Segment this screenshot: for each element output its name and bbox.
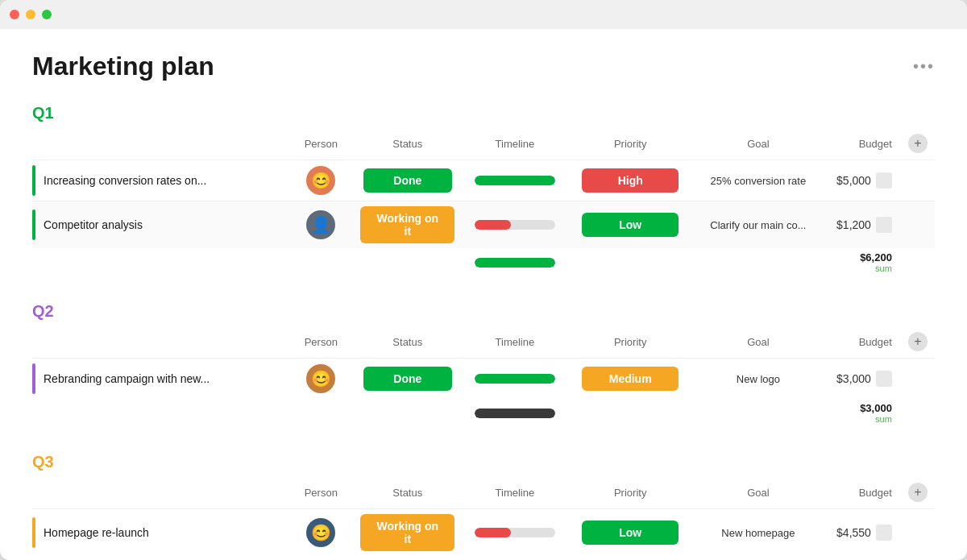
q1-add-button[interactable]: + <box>908 134 928 153</box>
budget-cell: $3,000 <box>824 359 899 400</box>
avatar: 😊 <box>306 518 335 547</box>
budget-input-placeholder[interactable] <box>876 371 892 387</box>
status-cell[interactable]: Working on it <box>354 201 461 249</box>
timeline-cell <box>461 201 568 249</box>
sum-budget: $6,200sum <box>824 248 899 276</box>
q2-col-status: Status <box>354 329 461 359</box>
sum-timeline <box>461 399 568 427</box>
budget-value: $1,200 <box>836 218 871 231</box>
app-window: Marketing plan ••• Q1PersonStatusTimelin… <box>0 0 967 560</box>
timeline-bar <box>475 374 555 384</box>
budget-input-placeholder[interactable] <box>876 217 892 233</box>
priority-badge[interactable]: Low <box>582 521 679 545</box>
budget-value: $3,000 <box>836 372 871 385</box>
minimize-dot[interactable] <box>26 10 35 19</box>
q3-table: PersonStatusTimelinePriorityGoalBudget+H… <box>32 479 935 560</box>
q3-title: Q3 <box>32 453 935 471</box>
sum-budget: $3,000sum <box>824 399 899 427</box>
status-badge[interactable]: Working on it <box>360 206 454 243</box>
q1-title: Q1 <box>32 104 935 122</box>
person-cell: 👤 <box>288 201 354 249</box>
status-cell[interactable]: Working on it <box>354 509 461 557</box>
sum-timeline <box>461 248 568 276</box>
status-badge[interactable]: Done <box>363 168 452 193</box>
status-cell[interactable]: Done <box>354 359 461 400</box>
titlebar <box>0 0 967 29</box>
priority-badge[interactable]: Low <box>582 213 679 237</box>
table-row: Homepage re-launch😊Working on itLowNew h… <box>32 509 935 557</box>
status-badge[interactable]: Working on it <box>360 514 454 551</box>
status-badge[interactable]: Done <box>363 367 452 391</box>
priority-badge[interactable]: Medium <box>582 367 679 391</box>
sum-timeline <box>461 556 568 560</box>
q3-col-person: Person <box>288 479 354 509</box>
q3-col-priority: Priority <box>568 479 692 509</box>
left-border <box>32 165 35 196</box>
more-options-icon[interactable]: ••• <box>913 57 935 76</box>
sum-label: sum <box>831 414 892 424</box>
goal-text: Clarify our main co... <box>692 201 824 249</box>
task-name-text: Competitor analysis <box>44 218 143 231</box>
q2-col-goal: Goal <box>692 329 824 359</box>
q3-col-timeline: Timeline <box>461 479 568 509</box>
priority-cell[interactable]: High <box>568 160 692 201</box>
priority-cell[interactable]: Low <box>568 201 692 249</box>
avatar: 😊 <box>306 166 335 195</box>
maximize-dot[interactable] <box>42 10 52 19</box>
q1-col-status: Status <box>354 131 461 160</box>
q1-col-budget: Budget <box>824 131 899 160</box>
timeline-bar <box>475 220 555 230</box>
q2-table: PersonStatusTimelinePriorityGoalBudget+R… <box>32 329 935 427</box>
q3-col-name <box>32 479 288 509</box>
section-q1: Q1PersonStatusTimelinePriorityGoalBudget… <box>32 104 935 276</box>
sum-label: sum <box>831 263 892 273</box>
q1-table: PersonStatusTimelinePriorityGoalBudget+I… <box>32 131 935 276</box>
section-q3: Q3PersonStatusTimelinePriorityGoalBudget… <box>32 453 935 560</box>
q1-col-goal: Goal <box>692 131 824 160</box>
budget-cell: $1,200 <box>824 201 899 249</box>
q1-col-priority: Priority <box>568 131 692 160</box>
q3-col-budget: Budget <box>824 479 899 509</box>
task-name-cell: Homepage re-launch <box>32 509 288 557</box>
person-cell: 😊 <box>288 160 354 201</box>
avatar: 😊 <box>306 364 335 393</box>
q2-col-priority: Priority <box>568 329 692 359</box>
table-row: Competitor analysis👤Working on itLowClar… <box>32 201 935 249</box>
table-row: Increasing conversion rates on...😊DoneHi… <box>32 160 935 201</box>
main-content: Marketing plan ••• Q1PersonStatusTimelin… <box>0 29 967 560</box>
budget-value: $4,550 <box>836 526 871 539</box>
budget-cell: $5,000 <box>824 160 899 201</box>
q2-add-button[interactable]: + <box>908 332 928 351</box>
sum-value: $3,000 <box>831 402 892 414</box>
goal-text: 25% conversion rate <box>692 160 824 201</box>
task-name-cell: Rebranding campaign with new... <box>32 359 288 400</box>
task-name-cell: Increasing conversion rates on... <box>32 160 288 201</box>
avatar: 👤 <box>306 210 335 239</box>
task-name-cell: Competitor analysis <box>32 201 288 249</box>
q2-col-timeline: Timeline <box>461 329 568 359</box>
person-cell: 😊 <box>288 509 354 557</box>
q1-col-name <box>32 131 288 160</box>
sum-row: $6,200sum <box>32 248 935 276</box>
close-dot[interactable] <box>10 10 19 19</box>
task-name-text: Increasing conversion rates on... <box>44 174 206 187</box>
priority-cell[interactable]: Medium <box>568 359 692 400</box>
q2-col-name <box>32 329 288 359</box>
sum-value: $6,200 <box>831 251 892 263</box>
goal-text: New homepage <box>692 509 824 557</box>
page-title: Marketing plan <box>32 52 214 81</box>
sum-row: $3,000sum <box>32 399 935 427</box>
budget-input-placeholder[interactable] <box>876 172 892 189</box>
goal-text: New logo <box>692 359 824 400</box>
q1-col-timeline: Timeline <box>461 131 568 160</box>
priority-cell[interactable]: Low <box>568 509 692 557</box>
sum-budget: $4,550sum <box>824 556 899 560</box>
q3-col-status: Status <box>354 479 461 509</box>
priority-badge[interactable]: High <box>582 168 679 193</box>
timeline-bar <box>475 528 555 537</box>
budget-input-placeholder[interactable] <box>876 525 892 541</box>
q3-add-button[interactable]: + <box>908 483 928 502</box>
timeline-cell <box>461 160 568 201</box>
status-cell[interactable]: Done <box>354 160 461 201</box>
budget-value: $5,000 <box>836 174 871 187</box>
